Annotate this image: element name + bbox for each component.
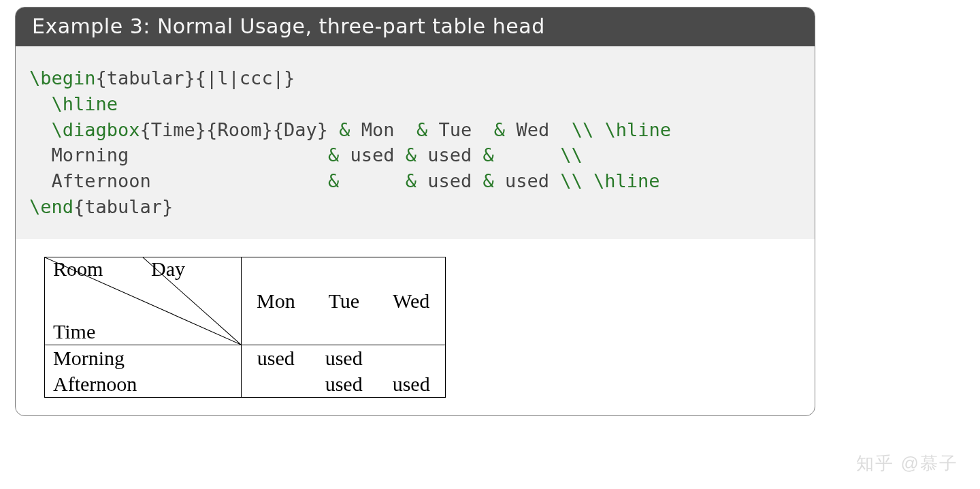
example-box: Example 3: Normal Usage, three-part tabl… <box>15 7 815 416</box>
row-label: Afternoon <box>45 371 242 398</box>
rendered-output: Room Day Time Mon Tue Wed Morning used u… <box>16 239 815 415</box>
cell: used <box>242 345 310 371</box>
head-wed: Wed <box>516 119 549 140</box>
output-table: Room Day Time Mon Tue Wed Morning used u… <box>44 257 446 398</box>
table-row: Afternoon used used <box>45 371 446 398</box>
diagbox-cell: Room Day Time <box>45 257 242 345</box>
tok-tabular-close: {tabular} <box>74 196 173 217</box>
tok-end: \end <box>29 196 74 217</box>
cell <box>242 371 310 398</box>
cell: used <box>378 371 446 398</box>
watermark: 知乎 @慕子 <box>856 452 958 475</box>
cell: used <box>310 371 378 398</box>
tok-diagbox: \diagbox <box>52 119 140 140</box>
table-header-row: Room Day Time Mon Tue Wed <box>45 257 446 345</box>
head-mon: Mon <box>361 119 395 140</box>
row-label: Morning <box>45 345 242 371</box>
head-tue: Tue <box>439 119 472 140</box>
diag-label-day: Day <box>151 257 185 281</box>
tok-hline-1: \hline <box>52 93 118 114</box>
latex-source-code: \begin{tabular}{|l|ccc|} \hline \diagbox… <box>16 46 815 239</box>
tok-hline-2: \hline <box>604 119 671 140</box>
row-afternoon-label: Afternoon <box>29 170 151 191</box>
cell: used <box>310 345 378 371</box>
example-title: Example 3: Normal Usage, three-part tabl… <box>16 7 815 46</box>
row-morning-label: Morning <box>29 144 129 165</box>
tok-hline-3: \hline <box>593 170 660 191</box>
col-head-tue: Tue <box>310 257 378 345</box>
diag-arg-time: Time <box>151 119 195 140</box>
tok-begin: \begin <box>29 67 96 89</box>
diag-label-room: Room <box>53 257 103 281</box>
diag-arg-room: Room <box>217 119 261 140</box>
tok-tabular-spec: {tabular}{|l|ccc|} <box>96 67 295 89</box>
cell <box>378 345 446 371</box>
col-head-mon: Mon <box>242 257 310 345</box>
col-head-wed: Wed <box>378 257 446 345</box>
diag-arg-day: Day <box>284 119 317 140</box>
table-row: Morning used used <box>45 345 446 371</box>
example-title-text: Example 3: Normal Usage, three-part tabl… <box>32 14 545 38</box>
diag-label-time: Time <box>53 320 95 343</box>
